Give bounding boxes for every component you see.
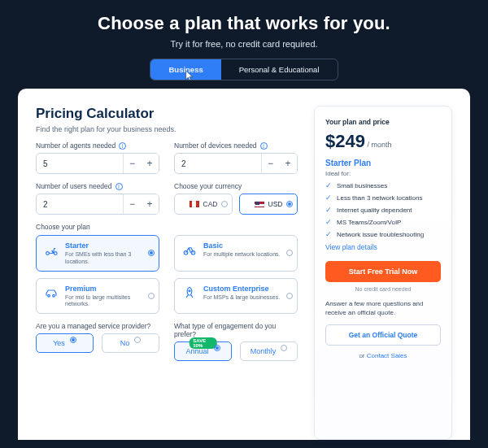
engagement-label: What type of engagement do you prefer? xyxy=(174,322,298,338)
scooter-icon xyxy=(43,241,59,258)
pricing-sheet: Pricing Calculator Find the right plan f… xyxy=(18,89,470,440)
or-contact: or Contact Sales xyxy=(325,352,441,359)
msp-no[interactable]: No xyxy=(102,333,159,353)
radio-icon xyxy=(286,293,293,299)
radio-icon xyxy=(148,250,155,256)
quote-prompt: Answer a few more questions and receive … xyxy=(325,300,441,318)
currency-label: Choose your currency xyxy=(174,182,298,190)
price-display: $249 / month xyxy=(325,131,441,152)
rocket-icon xyxy=(181,285,198,301)
devices-stepper: 2 − + xyxy=(174,153,298,174)
svg-point-0 xyxy=(46,252,50,255)
hero: Choose a plan that works for you. Try it… xyxy=(0,0,488,89)
users-plus[interactable]: + xyxy=(141,194,159,214)
bike-icon xyxy=(181,241,198,258)
tab-business[interactable]: Business xyxy=(150,59,220,80)
devices-minus[interactable]: − xyxy=(261,154,279,173)
radio-icon xyxy=(148,293,155,299)
agents-minus[interactable]: − xyxy=(123,154,141,173)
users-value[interactable]: 2 xyxy=(37,194,123,214)
feature-item: Internet quality dependent xyxy=(337,207,412,214)
radio-icon xyxy=(70,337,76,343)
audience-tabs: Business Personal & Educational xyxy=(150,59,338,80)
feature-item: Network issue troubleshooting xyxy=(337,231,424,238)
currency-field: Choose your currency CAD USD xyxy=(174,182,298,215)
users-minus[interactable]: − xyxy=(123,194,141,214)
tab-personal[interactable]: Personal & Educational xyxy=(221,59,338,80)
calculator-panel: Pricing Calculator Find the right plan f… xyxy=(36,106,298,440)
feature-item: Small businesses xyxy=(337,182,387,189)
feature-item: MS Teams/Zoom/VoIP xyxy=(337,219,401,226)
summary-heading: Your plan and price xyxy=(325,118,441,126)
msp-label: Are you a managed service provider? xyxy=(36,322,159,330)
agents-stepper: 5 − + xyxy=(36,153,159,174)
info-icon[interactable]: i xyxy=(119,142,126,150)
users-label: Number of users needed xyxy=(36,182,112,190)
get-quote-button[interactable]: Get an Official Quote xyxy=(325,324,441,346)
devices-label: Number of devices needed xyxy=(174,141,257,150)
plan-starter[interactable]: StarterFor SMEs with less than 3 locatio… xyxy=(36,235,159,272)
plan-enterprise[interactable]: Custom EnterpriseFor MSPs & large busine… xyxy=(174,278,298,315)
svg-point-5 xyxy=(53,294,55,297)
no-card-note: No credit card needed xyxy=(325,286,441,292)
contact-sales-link[interactable]: Contact Sales xyxy=(367,352,407,359)
devices-field: Number of devices neededi 2 − + xyxy=(174,141,298,174)
plan-premium[interactable]: PremiumFor mid to large multisites netwo… xyxy=(36,278,159,315)
plan-basic[interactable]: BasicFor multiple network locations. xyxy=(174,235,298,272)
radio-icon xyxy=(134,337,141,343)
summary-panel: Your plan and price $249 / month Starter… xyxy=(314,106,452,440)
svg-point-4 xyxy=(48,294,50,297)
ideal-for-label: Ideal for: xyxy=(325,170,441,177)
page-subtitle: Try it for free, no credit card required… xyxy=(0,39,488,49)
svg-point-1 xyxy=(54,252,57,255)
engagement-monthly[interactable]: Monthly xyxy=(240,341,298,361)
check-icon: ✓ xyxy=(325,219,332,226)
radio-icon xyxy=(286,250,293,256)
svg-point-6 xyxy=(189,289,190,291)
info-icon[interactable]: i xyxy=(115,183,123,190)
feature-list: ✓Small businesses ✓Less than 3 network l… xyxy=(325,182,441,238)
calculator-title: Pricing Calculator xyxy=(36,106,298,122)
tab-business-label: Business xyxy=(168,65,203,74)
car-icon xyxy=(43,285,59,301)
flag-us-icon xyxy=(255,201,264,207)
agents-plus[interactable]: + xyxy=(141,154,159,173)
users-stepper: 2 − + xyxy=(36,194,159,215)
devices-value[interactable]: 2 xyxy=(175,154,261,173)
users-field: Number of users neededi 2 − + xyxy=(36,182,159,215)
radio-icon xyxy=(221,201,228,207)
engagement-field: What type of engagement do you prefer? S… xyxy=(174,322,298,361)
info-icon[interactable]: i xyxy=(260,142,268,150)
check-icon: ✓ xyxy=(325,194,332,202)
msp-field: Are you a managed service provider? Yes … xyxy=(36,322,159,361)
check-icon: ✓ xyxy=(325,231,332,238)
agents-label: Number of agents needed xyxy=(36,141,115,150)
calculator-subtitle: Find the right plan for your business ne… xyxy=(36,125,298,133)
check-icon: ✓ xyxy=(325,207,332,214)
radio-icon xyxy=(286,201,293,207)
engagement-annual[interactable]: SAVE 10% Annual xyxy=(174,341,232,361)
plan-name: Starter Plan xyxy=(325,159,441,167)
start-trial-button[interactable]: Start Free Trial Now xyxy=(325,261,441,282)
devices-plus[interactable]: + xyxy=(279,154,297,173)
radio-icon xyxy=(281,345,287,351)
plan-section-label: Choose your plan xyxy=(36,223,298,231)
currency-usd[interactable]: USD xyxy=(239,194,298,215)
agents-value[interactable]: 5 xyxy=(37,154,123,173)
radio-icon xyxy=(214,345,220,351)
flag-ca-icon xyxy=(190,201,199,207)
view-details-link[interactable]: View plan details xyxy=(325,243,377,251)
feature-item: Less than 3 network locations xyxy=(337,194,422,202)
currency-cad[interactable]: CAD xyxy=(174,194,233,215)
page-title: Choose a plan that works for you. xyxy=(0,13,488,34)
msp-yes[interactable]: Yes xyxy=(36,333,94,353)
agents-field: Number of agents neededi 5 − + xyxy=(36,141,159,174)
check-icon: ✓ xyxy=(325,182,332,189)
